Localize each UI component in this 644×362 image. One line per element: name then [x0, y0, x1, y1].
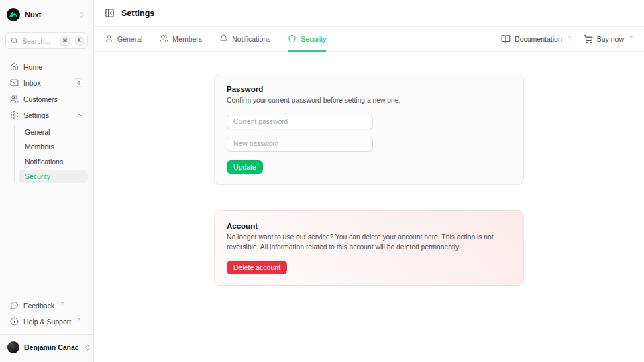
buy-now-link[interactable]: Buy now	[584, 34, 633, 44]
divider	[0, 334, 93, 335]
nuxt-logo-icon	[7, 8, 20, 21]
account-card-description: No longer want to use our service? You c…	[227, 233, 511, 253]
gear-icon	[10, 111, 19, 119]
user-menu[interactable]: Benjamin Canac	[5, 337, 88, 358]
settings-security-content: Password Confirm your current password b…	[94, 52, 644, 362]
password-card: Password Confirm your current password b…	[214, 74, 524, 185]
sidebar-item-notifications[interactable]: Notifications	[19, 155, 88, 168]
password-card-title: Password	[227, 85, 511, 93]
users-icon	[160, 34, 168, 43]
workspace-name: Nuxt	[25, 11, 41, 19]
account-card-title: Account	[227, 222, 511, 230]
cart-icon	[584, 34, 593, 44]
inbox-icon	[10, 78, 19, 87]
avatar	[7, 341, 19, 353]
tab-members[interactable]: Members	[160, 27, 202, 52]
sidebar-item-label: Settings	[23, 111, 49, 119]
sidebar-item-customers[interactable]: Customers	[5, 92, 88, 106]
arrow-up-right-icon	[60, 301, 64, 306]
toplink-label: Documentation	[515, 35, 562, 43]
book-open-icon	[501, 34, 511, 44]
chevron-up-down-icon	[78, 11, 85, 19]
help-support-link[interactable]: Help & Support	[5, 314, 88, 328]
main-area: Settings General Members Notifications S…	[94, 0, 644, 362]
tabbar-links: Documentation Buy now	[501, 27, 633, 51]
password-form: Update	[227, 115, 511, 174]
sidebar-item-members[interactable]: Members	[19, 140, 88, 154]
inbox-count-badge: 4	[74, 78, 83, 87]
kbd-meta: ⌘	[60, 36, 70, 46]
sidebar-item-home[interactable]: Home	[5, 60, 88, 74]
footer-item-label: Help & Support	[23, 318, 71, 326]
feedback-link[interactable]: Feedback	[5, 298, 88, 312]
sidebar-item-label: Customers	[23, 95, 58, 103]
arrow-up-right-icon	[567, 35, 572, 40]
documentation-link[interactable]: Documentation	[501, 34, 572, 44]
new-password-field[interactable]	[227, 137, 373, 152]
page-title: Settings	[121, 9, 154, 18]
panel-left-close-icon	[105, 8, 115, 18]
update-password-button[interactable]: Update	[227, 160, 263, 174]
users-icon	[10, 95, 19, 103]
settings-tabbar: General Members Notifications Security D…	[94, 27, 644, 52]
home-icon	[10, 62, 19, 71]
settings-subnav: General Members Notifications Security	[14, 125, 88, 183]
current-password-field[interactable]	[227, 115, 373, 129]
sidebar-footer: Feedback Help & Support Benjamin Canac	[5, 298, 88, 362]
tab-label: Members	[172, 35, 202, 43]
info-icon	[10, 317, 19, 326]
sidebar-item-general[interactable]: General	[19, 125, 88, 139]
password-card-description: Confirm your current password before set…	[227, 96, 511, 106]
toplink-label: Buy now	[597, 35, 624, 43]
sidebar-item-security[interactable]: Security	[19, 170, 88, 183]
subnav-label: Notifications	[25, 158, 63, 166]
kbd-k: K	[75, 36, 84, 46]
user-name: Benjamin Canac	[24, 343, 79, 351]
search-input[interactable]: ⌘K	[5, 32, 88, 49]
sidebar-nav: Home Inbox 4 Customers Settings General …	[5, 60, 88, 183]
search-field[interactable]	[22, 37, 56, 45]
tab-security[interactable]: Security	[288, 27, 326, 52]
sidebar-item-label: Home	[23, 63, 42, 71]
footer-item-label: Feedback	[23, 302, 54, 310]
tab-label: General	[117, 35, 142, 43]
workspace-switcher[interactable]: Nuxt	[5, 7, 88, 23]
shield-icon	[288, 34, 297, 43]
user-icon	[105, 34, 113, 43]
bell-icon	[219, 34, 228, 43]
chevron-up-down-icon	[84, 344, 91, 351]
chevron-up-icon	[76, 111, 83, 119]
tab-general[interactable]: General	[105, 27, 142, 52]
tab-notifications[interactable]: Notifications	[219, 27, 270, 52]
arrow-up-right-icon	[629, 35, 633, 40]
delete-account-button[interactable]: Delete account	[227, 261, 287, 274]
sidebar: Nuxt ⌘K Home Inbox 4 Customers Settings	[0, 0, 94, 362]
subnav-label: General	[25, 128, 50, 136]
arrow-up-right-icon	[76, 317, 81, 322]
subnav-label: Security	[25, 172, 50, 180]
sidebar-item-inbox[interactable]: Inbox 4	[5, 76, 88, 90]
sidebar-collapse-button[interactable]	[105, 8, 115, 18]
account-card: Account No longer want to use our servic…	[214, 210, 524, 286]
tab-label: Security	[301, 35, 326, 43]
page-header: Settings	[94, 0, 644, 27]
sidebar-item-settings[interactable]: Settings	[5, 108, 88, 122]
subnav-label: Members	[25, 143, 54, 151]
chat-bubble-icon	[10, 301, 19, 310]
search-icon	[11, 37, 18, 44]
tab-label: Notifications	[232, 35, 270, 43]
sidebar-item-label: Inbox	[23, 79, 41, 87]
